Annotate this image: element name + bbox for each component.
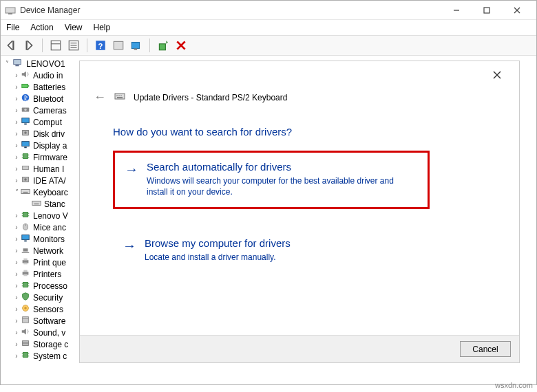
svg-rect-6: [12, 41, 14, 50]
chevron-down-icon[interactable]: ˅: [12, 188, 21, 196]
help-icon[interactable]: ?: [94, 39, 107, 52]
svg-rect-44: [23, 192, 28, 193]
chevron-right-icon[interactable]: ›: [12, 130, 21, 138]
tree-item[interactable]: ›Display a: [3, 140, 80, 151]
chevron-right-icon[interactable]: ›: [12, 259, 21, 266]
back-icon[interactable]: [5, 39, 17, 52]
forward-icon[interactable]: [23, 39, 35, 52]
scan-icon[interactable]: [130, 39, 143, 52]
tree-item-label: Security: [30, 293, 63, 303]
svg-rect-74: [23, 343, 29, 346]
shield-icon: [21, 292, 30, 303]
menu-file[interactable]: File: [6, 23, 19, 32]
chevron-right-icon[interactable]: ›: [12, 294, 21, 301]
tree-item[interactable]: ›Network: [3, 245, 80, 257]
update-icon[interactable]: [157, 39, 169, 52]
svg-rect-75: [23, 353, 28, 358]
tree-root[interactable]: ˅ LENOVO1: [3, 58, 80, 69]
chevron-right-icon[interactable]: ›: [12, 317, 21, 325]
tree-item[interactable]: ›Sound, v: [3, 327, 80, 338]
svg-rect-24: [22, 84, 28, 87]
chevron-right-icon[interactable]: ›: [12, 282, 21, 290]
tree-item-label: Printers: [30, 270, 61, 279]
computer-icon: [12, 58, 22, 69]
tree-item[interactable]: ›Disk driv: [3, 128, 80, 140]
chevron-right-icon[interactable]: ›: [12, 247, 21, 254]
separator: [87, 39, 87, 52]
chevron-right-icon[interactable]: ›: [12, 107, 21, 114]
chevron-right-icon[interactable]: ›: [12, 83, 21, 91]
tree-item[interactable]: Stanc: [3, 198, 80, 210]
tree-item[interactable]: ›Security: [3, 292, 80, 303]
chevron-right-icon[interactable]: ›: [12, 165, 21, 173]
menu-view[interactable]: View: [65, 23, 83, 32]
separator: [149, 39, 150, 52]
chevron-right-icon[interactable]: ›: [12, 235, 21, 243]
tree-item[interactable]: ›Batteries: [3, 81, 80, 93]
software-icon: [21, 315, 30, 327]
tree-item[interactable]: ›Storage c: [3, 338, 80, 350]
svg-point-42: [24, 178, 27, 181]
svg-rect-71: [23, 317, 29, 323]
menu-help[interactable]: Help: [94, 23, 111, 32]
maximize-button[interactable]: [472, 1, 502, 19]
svg-point-84: [118, 95, 120, 96]
chevron-right-icon[interactable]: ›: [12, 118, 21, 126]
menu-action[interactable]: Action: [30, 23, 53, 32]
chevron-right-icon[interactable]: ›: [12, 352, 21, 360]
svg-rect-62: [23, 270, 27, 272]
menubar: File Action View Help: [1, 20, 536, 35]
tree-item[interactable]: ›Monitors: [3, 233, 80, 245]
option-browse-computer[interactable]: → Browse my computer for drivers Locate …: [113, 229, 430, 272]
device-tree[interactable]: ˅ LENOVO1 ›Audio in›Batteries›Bluetoot›C…: [3, 58, 80, 381]
back-arrow-icon[interactable]: ←: [94, 90, 106, 105]
tree-item[interactable]: ›Audio in: [3, 69, 80, 81]
close-button[interactable]: [502, 1, 532, 19]
tree-item[interactable]: ›Mice anc: [3, 221, 80, 233]
expander-icon[interactable]: ˅: [3, 60, 11, 67]
chevron-right-icon[interactable]: ›: [12, 329, 21, 336]
svg-rect-0: [6, 8, 15, 13]
tree-item[interactable]: ›Lenovo V: [3, 210, 80, 221]
speaker-icon: [21, 69, 30, 81]
tree-item-label: Software: [30, 316, 65, 326]
chevron-right-icon[interactable]: ›: [12, 95, 21, 102]
tree-item[interactable]: ›System c: [3, 350, 80, 362]
minimize-button[interactable]: [441, 1, 472, 19]
chevron-right-icon[interactable]: ›: [12, 177, 21, 184]
uninstall-icon[interactable]: [175, 39, 187, 52]
tree-item[interactable]: ›Human I: [3, 163, 80, 175]
svg-point-70: [24, 307, 27, 309]
monitor-icon: [21, 140, 30, 151]
action-icon[interactable]: [112, 39, 125, 52]
tree-item[interactable]: ›IDE ATA/: [3, 175, 80, 186]
tree-item[interactable]: ›Firmware: [3, 151, 80, 163]
chevron-right-icon[interactable]: ›: [12, 305, 21, 313]
tree-item[interactable]: ›Print que: [3, 257, 80, 268]
chip-icon: [21, 280, 30, 292]
tree-item[interactable]: ›Comput: [3, 116, 80, 128]
chevron-right-icon[interactable]: ›: [12, 212, 21, 219]
chevron-right-icon[interactable]: ›: [12, 270, 21, 278]
chevron-right-icon[interactable]: ›: [12, 142, 21, 149]
cancel-button[interactable]: Cancel: [460, 341, 511, 357]
tree-item[interactable]: ›Bluetoot: [3, 93, 80, 105]
chevron-right-icon[interactable]: ›: [12, 72, 21, 79]
tree-item[interactable]: ˅Keyboarc: [3, 186, 80, 198]
option-search-automatically[interactable]: → Search automatically for drivers Windo…: [113, 151, 430, 209]
tree-item[interactable]: ›Printers: [3, 268, 80, 280]
tree-item[interactable]: ›Cameras: [3, 105, 80, 116]
svg-point-28: [24, 109, 27, 111]
dialog-close-button[interactable]: [485, 67, 509, 83]
tree-item[interactable]: ›Processo: [3, 280, 80, 292]
chevron-right-icon[interactable]: ›: [12, 153, 21, 161]
chevron-right-icon[interactable]: ›: [12, 224, 21, 231]
network-icon: [21, 245, 30, 257]
svg-rect-63: [23, 274, 27, 276]
chevron-right-icon[interactable]: ›: [12, 340, 21, 348]
properties-icon[interactable]: [50, 39, 62, 52]
tree-item[interactable]: ›Software: [3, 315, 80, 327]
svg-rect-56: [23, 248, 28, 251]
list-icon[interactable]: [67, 39, 80, 52]
tree-item[interactable]: ›Sensors: [3, 303, 80, 315]
